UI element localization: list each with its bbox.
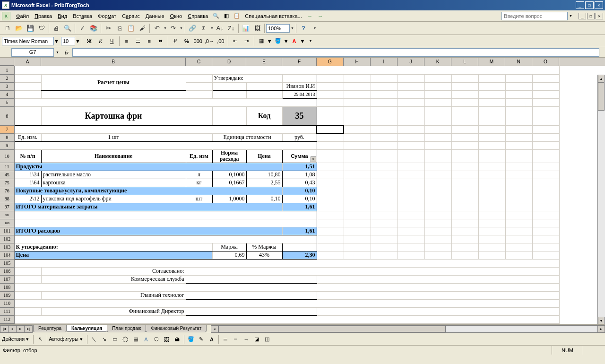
font-color2-icon[interactable]: A xyxy=(207,335,216,344)
rectangle-icon[interactable]: ▭ xyxy=(110,335,120,344)
col-header-H[interactable]: H xyxy=(344,58,371,66)
paste-special-icon[interactable]: 📋 xyxy=(232,11,242,21)
dropdown-icon[interactable]: ▼ xyxy=(568,14,574,17)
font-name-combo[interactable]: Times New Roman xyxy=(2,37,54,45)
zoom-combo[interactable]: 100% xyxy=(266,24,290,33)
fill-color2-icon[interactable]: 🪣 xyxy=(186,335,196,344)
col-header-I[interactable]: I xyxy=(371,58,398,66)
scroll-up-icon[interactable]: ▲ xyxy=(598,75,605,82)
align-right-icon[interactable]: ≡ xyxy=(144,36,155,46)
decrease-decimal-icon[interactable]: ,00 xyxy=(216,36,226,46)
sort-asc-icon[interactable]: A↓ xyxy=(215,23,225,34)
restore-button[interactable]: ❐ xyxy=(585,1,594,9)
tab-first-icon[interactable]: |◂ xyxy=(0,325,9,333)
scroll-thumb-h[interactable] xyxy=(218,326,446,332)
mdi-minimize-button[interactable]: _ xyxy=(579,13,586,19)
select-all-corner[interactable] xyxy=(0,58,14,66)
zoom-dropdown-icon[interactable]: ▼ xyxy=(290,26,294,30)
active-cell[interactable] xyxy=(317,125,344,133)
toolbar-options-icon[interactable]: ▾ xyxy=(310,23,320,34)
font-name-dropdown-icon[interactable]: ▼ xyxy=(54,38,59,44)
borders-dropdown-icon[interactable]: ▼ xyxy=(267,38,272,44)
arrow-style-icon[interactable]: → xyxy=(242,335,251,344)
actions-menu[interactable]: Действия ▾ xyxy=(2,336,29,342)
sort-desc-icon[interactable]: Z↓ xyxy=(226,23,236,34)
merge-center-icon[interactable]: ⬌ xyxy=(156,36,166,46)
arrow-icon[interactable]: ↘ xyxy=(100,335,109,344)
menu-data[interactable]: Данные xyxy=(143,12,167,20)
underline-icon[interactable]: Ч xyxy=(107,36,117,46)
worksheet-grid[interactable]: ABCDEFGHIJKLMNO 1 2 Расчет цены Утвержда… xyxy=(0,58,605,333)
print-preview-icon[interactable]: 🔍 xyxy=(62,23,73,34)
fill-dropdown-icon[interactable]: ▼ xyxy=(284,38,289,44)
formula-input[interactable] xyxy=(72,48,599,57)
oval-icon[interactable]: ◯ xyxy=(121,335,130,344)
permissions-icon[interactable]: 🛡 xyxy=(36,23,47,34)
arrow-left-icon[interactable]: ← xyxy=(305,11,315,21)
tab-prev-icon[interactable]: ◂ xyxy=(8,325,17,333)
line-style-icon[interactable]: ═ xyxy=(221,335,230,344)
help-icon[interactable]: ? xyxy=(298,23,309,34)
col-header-N[interactable]: N xyxy=(505,58,532,66)
redo-icon[interactable]: ↷ xyxy=(168,23,178,34)
col-header-M[interactable]: M xyxy=(478,58,505,66)
col-header-G[interactable]: G xyxy=(317,58,344,66)
horizontal-scrollbar[interactable]: ◂ ▸ xyxy=(211,325,605,333)
paste-icon[interactable]: 📋 xyxy=(126,23,136,34)
cut-icon[interactable]: ✂ xyxy=(103,23,113,34)
clipart-icon[interactable]: 🖼 xyxy=(162,335,172,344)
tab-calc[interactable]: Калькуляция xyxy=(66,325,107,332)
open-icon[interactable]: 📂 xyxy=(14,23,24,34)
autosum-icon[interactable]: Σ xyxy=(199,23,209,34)
col-header-D[interactable]: D xyxy=(212,58,246,66)
autoshapes-menu[interactable]: Автофигуры ▾ xyxy=(49,336,83,342)
col-header-O[interactable]: O xyxy=(532,58,559,66)
tab-next-icon[interactable]: ▸ xyxy=(16,325,25,333)
font-color-dropdown-icon[interactable]: ▼ xyxy=(300,38,305,44)
minimize-button[interactable]: _ xyxy=(576,1,584,9)
col-header-F[interactable]: F xyxy=(282,58,317,66)
col-header-J[interactable]: J xyxy=(398,58,424,66)
comma-icon[interactable]: 000 xyxy=(193,36,203,46)
menu-help[interactable]: Справка xyxy=(185,12,211,20)
select-objects-icon[interactable]: ↖ xyxy=(35,335,45,344)
toolbar-options2-icon[interactable]: ▾ xyxy=(305,36,316,46)
tab-last-icon[interactable]: ▸| xyxy=(24,325,33,333)
percent-icon[interactable]: % xyxy=(182,36,192,46)
bold-icon[interactable]: Ж xyxy=(84,36,95,46)
mdi-close-button[interactable]: ✕ xyxy=(596,13,603,19)
vertical-scrollbar[interactable]: ▲ ▼ xyxy=(597,75,605,324)
name-box[interactable]: G7 xyxy=(11,48,54,57)
menu-window[interactable]: Окно xyxy=(167,12,185,20)
autosum-dropdown-icon[interactable]: ▼ xyxy=(209,26,214,30)
copy-icon[interactable]: ⎘ xyxy=(114,23,125,34)
increase-indent-icon[interactable]: ⇥ xyxy=(242,36,252,46)
wordart-icon[interactable]: A xyxy=(141,335,151,344)
scroll-left-icon[interactable]: ◂ xyxy=(211,325,218,333)
borders-icon[interactable]: ▦ xyxy=(256,36,267,46)
arrow-right-icon[interactable]: → xyxy=(316,11,325,21)
menu-view[interactable]: Вид xyxy=(55,12,70,20)
save-icon[interactable]: 💾 xyxy=(25,23,35,34)
col-header-C[interactable]: C xyxy=(186,58,212,66)
fill-color-icon[interactable]: 🪣 xyxy=(273,36,283,46)
undo-icon[interactable]: ↶ xyxy=(152,23,162,34)
increase-decimal-icon[interactable]: ,0→ xyxy=(204,36,215,46)
menu-service[interactable]: Сервис xyxy=(119,12,143,20)
line-color-icon[interactable]: ✎ xyxy=(197,335,206,344)
align-left-icon[interactable]: ≡ xyxy=(121,36,132,46)
shadow-icon[interactable]: ◪ xyxy=(252,335,261,344)
close-button[interactable]: ✕ xyxy=(595,1,603,9)
col-header-A[interactable]: A xyxy=(14,58,41,66)
format-painter-icon[interactable]: 🖌 xyxy=(137,23,147,34)
tab-plan[interactable]: План продаж xyxy=(107,325,146,332)
undo-dropdown-icon[interactable]: ▼ xyxy=(163,26,167,30)
research-icon[interactable]: 📚 xyxy=(88,23,99,34)
align-center-icon[interactable]: ☰ xyxy=(133,36,143,46)
chart-icon[interactable]: 📊 xyxy=(241,23,251,34)
line-icon[interactable]: ＼ xyxy=(89,335,99,344)
col-header-K[interactable]: K xyxy=(424,58,451,66)
col-header-E[interactable]: E xyxy=(246,58,282,66)
dash-style-icon[interactable]: ┄ xyxy=(231,335,241,344)
currency-icon[interactable]: ₽ xyxy=(170,36,181,46)
